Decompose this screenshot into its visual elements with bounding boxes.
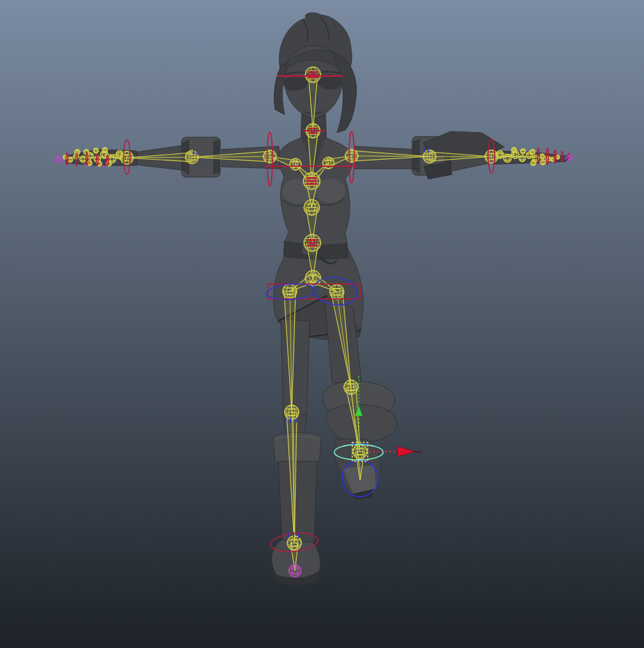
toe-left-joint-outline — [289, 565, 301, 577]
chest-joint-core — [307, 183, 317, 185]
finger-joint[interactable] — [511, 148, 516, 153]
finger-joint-outline — [102, 148, 108, 153]
clavicle-right-joint-outline — [323, 157, 334, 169]
chest-joint[interactable] — [303, 173, 320, 189]
finger-joint[interactable] — [540, 154, 545, 159]
finger-joint[interactable] — [520, 149, 526, 154]
x-axis-arrow-tip — [415, 452, 421, 452]
mesh-bootshaft-left[interactable] — [278, 461, 317, 542]
clavicle-left-joint-outline — [290, 158, 301, 170]
shoulder-left-joint-outline — [263, 150, 276, 163]
waist-joint-core — [307, 239, 318, 241]
mesh-thigh-left[interactable] — [281, 319, 310, 415]
ankle-left-joint[interactable] — [287, 536, 301, 550]
spine-joint[interactable] — [304, 200, 319, 215]
spine-joint-outline — [304, 200, 319, 215]
finger-joint-outline — [531, 160, 536, 166]
finger-joint-outline — [504, 155, 511, 162]
finger-joint-outline — [540, 154, 545, 159]
viewport[interactable] — [0, 0, 644, 648]
viewport-canvas[interactable] — [0, 0, 644, 648]
waist-joint-core — [307, 242, 318, 244]
finger-joint[interactable] — [102, 148, 108, 153]
shoulder-left-joint[interactable] — [263, 150, 276, 163]
shoulder-right-joint[interactable] — [345, 149, 358, 162]
elbow-left-joint-outline — [185, 151, 198, 164]
ankle-left-joint-outline — [287, 536, 301, 550]
finger-joint-outline — [519, 155, 526, 162]
finger-joint[interactable] — [116, 151, 124, 158]
finger-joint-outline — [530, 149, 535, 155]
finger-joint-outline — [511, 148, 516, 153]
head-joint-core — [308, 77, 318, 79]
finger-joint[interactable] — [496, 151, 504, 158]
chest-joint-core — [307, 180, 317, 182]
knee-right-joint[interactable] — [344, 380, 358, 394]
finger-joint-outline — [496, 151, 504, 158]
neck-joint-core — [308, 128, 317, 129]
hip-right-joint[interactable] — [330, 285, 344, 299]
finger-joint[interactable] — [530, 149, 535, 155]
finger-joint[interactable] — [540, 160, 545, 165]
clavicle-right-joint[interactable] — [323, 157, 334, 169]
finger-joint[interactable] — [93, 148, 99, 153]
elbow-left-joint[interactable] — [185, 151, 198, 164]
finger-joint-outline — [93, 148, 99, 153]
finger-joint-outline — [520, 149, 526, 154]
toe-left-joint[interactable] — [289, 565, 301, 577]
finger-joint[interactable] — [80, 156, 86, 162]
finger-joint[interactable] — [504, 155, 511, 162]
finger-joint-outline — [80, 156, 86, 162]
wrist-right-joint[interactable] — [485, 150, 498, 163]
wrist-right-joint-outline — [485, 150, 498, 163]
chest-joint-core — [307, 177, 317, 179]
finger-joint[interactable] — [519, 155, 526, 162]
knee-left-joint[interactable] — [285, 405, 299, 419]
head-joint-core — [308, 71, 318, 73]
head-joint[interactable] — [305, 67, 321, 82]
finger-joint-outline — [116, 151, 124, 158]
ankle-right-joint-outline — [353, 444, 367, 459]
neck-joint-core — [308, 133, 317, 134]
finger-joint-outline — [540, 160, 545, 165]
finger-joint[interactable] — [531, 160, 536, 166]
shoulder-right-joint-outline — [345, 149, 358, 162]
ankle-right-joint[interactable] — [353, 444, 367, 459]
hip-left-joint[interactable] — [283, 284, 297, 298]
waist-joint-core — [307, 245, 318, 247]
clavicle-left-joint[interactable] — [290, 158, 301, 170]
waist-joint[interactable] — [304, 234, 321, 251]
knee-right-joint-outline — [344, 380, 358, 394]
hip-left-joint-outline — [283, 284, 297, 298]
hip-right-joint-outline — [330, 285, 344, 299]
knee-left-joint-outline — [285, 405, 299, 419]
